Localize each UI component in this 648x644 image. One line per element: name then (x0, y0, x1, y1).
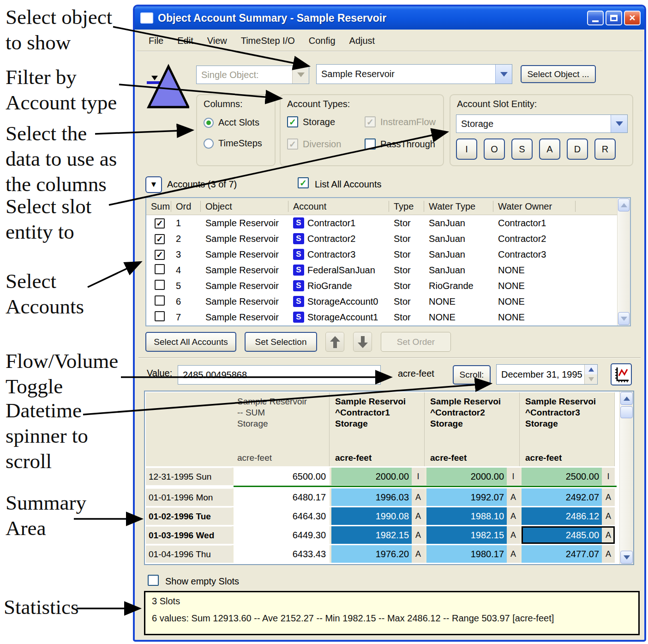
entity-button-s[interactable]: S (511, 138, 533, 160)
summary-row-label[interactable]: 01-02-1996 Tue (146, 507, 232, 525)
show-empty-slots-checkbox[interactable] (148, 575, 159, 586)
minimize-button-icon[interactable] (587, 11, 604, 25)
accounts-scrollbar[interactable] (617, 198, 630, 325)
sum-checkbox-cell[interactable]: ✓ (150, 218, 171, 229)
summary-cell-group[interactable]: 1992.07A (426, 488, 520, 506)
menu-item-file[interactable]: File (149, 36, 163, 46)
account-checkbox[interactable]: ✓ (155, 250, 165, 260)
scroll-up-icon[interactable] (620, 392, 633, 405)
entity-button-r[interactable]: R (594, 138, 616, 160)
summary-cell-group[interactable]: 1988.10A (426, 507, 520, 525)
app-icon[interactable] (140, 12, 153, 24)
list-all-accounts-checkbox[interactable]: ✓ (298, 177, 309, 188)
account-checkbox[interactable] (155, 295, 165, 306)
slot-entity-combo[interactable]: Storage (456, 114, 628, 133)
account-row[interactable]: 5Sample ReservoirSRioGrandeStorRioGrande… (146, 278, 617, 294)
radio-icon[interactable] (204, 118, 214, 128)
checkbox-option-storage[interactable]: ✓Storage (287, 116, 365, 127)
sum-checkbox-cell[interactable] (150, 280, 171, 292)
account-row[interactable]: 4Sample ReservoirSFederalSanJuanStorSanJ… (146, 262, 617, 278)
summary-sum-cell[interactable]: 6464.30 (234, 507, 330, 525)
summary-cell-group[interactable]: 1996.03A (331, 488, 425, 506)
radio-option-timesteps[interactable]: TimeSteps (204, 138, 262, 149)
maximize-button-icon[interactable] (606, 11, 622, 25)
summary-sum-cell[interactable]: 6480.17 (234, 488, 330, 506)
account-checkbox[interactable]: ✓ (155, 234, 165, 244)
scrollbar-thumb[interactable] (620, 406, 633, 418)
plot-button[interactable] (611, 363, 632, 385)
summary-value-cell[interactable]: 2000.00 (331, 468, 412, 485)
sum-checkbox-cell[interactable] (150, 311, 171, 324)
summary-value-cell[interactable]: 1996.03 (331, 488, 412, 506)
account-checkbox[interactable] (155, 280, 165, 290)
summary-value-cell[interactable]: 2000.00 (426, 468, 507, 485)
select-object-button[interactable]: Select Object ... (521, 65, 596, 83)
summary-cell-group[interactable]: 1982.15A (426, 526, 520, 544)
radio-option-acct-slots[interactable]: Acct Slots (204, 117, 262, 128)
select-all-accounts-button[interactable]: Select All Accounts (145, 332, 236, 352)
sum-checkbox-cell[interactable] (150, 295, 171, 308)
summary-value-cell[interactable]: 1980.17 (426, 545, 507, 563)
checkbox-option-passthrough[interactable]: PassThrough (365, 138, 442, 150)
summary-cell-group[interactable]: 2486.12A (522, 507, 615, 525)
scroll-button[interactable]: Scroll: (453, 365, 491, 385)
account-row[interactable]: ✓1Sample ReservoirSContractor1StorSanJua… (146, 215, 617, 231)
set-selection-button[interactable]: Set Selection (245, 332, 317, 352)
account-row[interactable]: 7Sample ReservoirSStorageAccount1StorNON… (146, 309, 617, 325)
summary-cell-group[interactable]: 2500.00I (522, 468, 615, 485)
summary-cell-group[interactable]: 2000.00I (331, 468, 425, 485)
summary-sum-cell[interactable]: 6449.30 (234, 526, 330, 544)
entity-button-a[interactable]: A (539, 138, 560, 160)
summary-value-cell[interactable]: 2485.00 (522, 526, 602, 544)
menu-item-timestep-i-o[interactable]: TimeStep I/O (241, 36, 295, 46)
menu-item-view[interactable]: View (207, 36, 227, 46)
scroll-down-icon[interactable] (618, 312, 630, 325)
account-row[interactable]: 6Sample ReservoirSStorageAccount0StorNON… (146, 294, 617, 309)
account-row[interactable]: ✓3Sample ReservoirSContractor3StorSanJua… (146, 247, 617, 262)
summary-cell-group[interactable]: 1980.17A (426, 545, 520, 563)
summary-value-cell[interactable]: 1992.07 (426, 488, 507, 506)
summary-value-cell[interactable]: 2500.00 (522, 468, 602, 485)
summary-scrollbar[interactable] (619, 391, 633, 564)
spinner-down-icon[interactable] (585, 374, 597, 384)
summary-value-cell[interactable]: 2492.07 (522, 488, 602, 506)
summary-sum-cell[interactable]: 6433.43 (234, 545, 330, 563)
account-checkbox[interactable]: ✓ (155, 218, 165, 229)
summary-cell-group[interactable]: 2000.00I (426, 468, 520, 485)
value-input[interactable]: 2485.00495868 (178, 365, 381, 385)
summary-value-cell[interactable]: 2477.07 (522, 545, 602, 563)
close-button-icon[interactable]: ✕ (624, 11, 641, 25)
summary-cell-group[interactable]: 1990.08A (331, 507, 425, 525)
move-up-button[interactable] (325, 332, 344, 352)
summary-selected-cell[interactable]: 2485.00A (522, 526, 615, 544)
account-checkbox[interactable] (155, 311, 165, 321)
scroll-up-icon[interactable] (618, 199, 630, 211)
menu-item-config[interactable]: Config (309, 36, 336, 46)
radio-icon[interactable] (204, 138, 214, 149)
summary-sum-cell[interactable]: 6500.00 (234, 468, 330, 485)
account-row[interactable]: ✓2Sample ReservoirSContractor2StorSanJua… (146, 231, 617, 247)
chevron-down-icon[interactable] (611, 115, 627, 132)
object-combo[interactable]: Sample Reservoir (316, 64, 512, 84)
move-down-button[interactable] (353, 332, 372, 352)
summary-value-cell[interactable]: 1988.10 (426, 507, 507, 525)
summary-row-label[interactable]: 12-31-1995 Sun (146, 468, 232, 485)
units-label[interactable]: acre-feet (398, 368, 434, 379)
summary-value-cell[interactable]: 1982.15 (331, 526, 412, 544)
summary-row-label[interactable]: 01-01-1996 Mon (146, 488, 232, 506)
summary-cell-group[interactable]: 1976.20A (331, 545, 425, 563)
spinner-up-icon[interactable] (585, 365, 597, 374)
sum-checkbox-cell[interactable] (150, 264, 171, 277)
summary-value-cell[interactable]: 1976.20 (331, 545, 412, 563)
summary-cell-group[interactable]: 1982.15A (331, 526, 425, 544)
summary-value-cell[interactable]: 1982.15 (426, 526, 507, 544)
menu-item-adjust[interactable]: Adjust (349, 36, 375, 46)
scroll-down-icon[interactable] (620, 551, 633, 564)
datetime-spinner[interactable]: December 31, 1995 (496, 364, 598, 385)
summary-cell-group[interactable]: 2492.07A (522, 488, 615, 506)
account-checkbox[interactable] (155, 264, 165, 274)
menu-item-edit[interactable]: Edit (177, 36, 193, 46)
summary-row-label[interactable]: 01-04-1996 Thu (146, 545, 232, 563)
summary-cell-group[interactable]: 2477.07A (522, 545, 615, 563)
sum-checkbox-cell[interactable]: ✓ (150, 234, 171, 244)
